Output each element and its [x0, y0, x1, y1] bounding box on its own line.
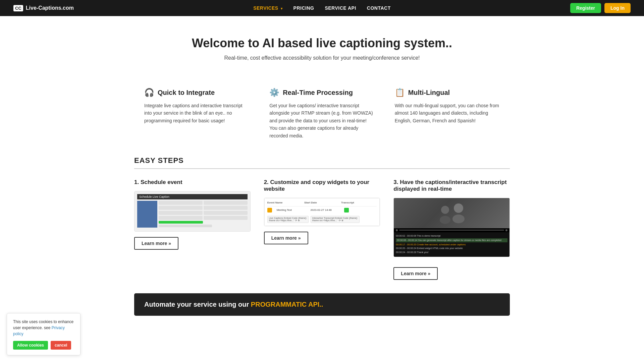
login-button[interactable]: Log In: [604, 3, 631, 13]
widget-event-name: Meeting Text: [277, 208, 309, 212]
video-controls-bar: [394, 228, 509, 232]
step-2: 2. Customize and copy widgets to your we…: [264, 179, 380, 280]
api-banner-highlight: PROGRAMMATIC API..: [251, 301, 323, 308]
svg-point-2: [454, 203, 463, 213]
feature-text-1: Integrate live captions and interactive …: [144, 102, 249, 124]
language-icon: 📋: [395, 88, 405, 97]
feature-text-2: Get your live captions/ interactive tran…: [269, 102, 374, 139]
api-banner-box: Automate your service using our PROGRAMM…: [134, 293, 510, 316]
widget-event-icon: [267, 208, 272, 213]
svg-point-1: [440, 216, 450, 224]
learn-more-button-1[interactable]: Learn more »: [134, 237, 178, 250]
step-1-title: 1. Schedule event: [134, 179, 251, 186]
hero-title: Welcome to AI based live captioning syst…: [184, 36, 460, 50]
widget-col-date: Start Date: [304, 201, 340, 204]
feature-title-2: Real-Time Processing: [283, 89, 353, 97]
chevron-down-icon: ▾: [281, 7, 283, 10]
widget-embed-code-2: Interactive Transcript Embed Code (ifram…: [311, 216, 360, 223]
feature-text-3: With our multi-lingual support, you can …: [395, 102, 500, 124]
caption-line-1: 00:00:02 - 00:00:06 This is demo transcr…: [396, 234, 507, 238]
ear-icon: 🎧: [144, 88, 154, 97]
navbar: CC Live-Captions.com SERVICES ▾ PRICING …: [0, 0, 644, 16]
caption-log: 00:00:02 - 00:00:06 This is demo transcr…: [394, 232, 509, 257]
easy-steps-header: EASY STEPS: [134, 156, 510, 169]
caption-line-2: 00:00:06 - 00:00:14 You can generate tra…: [396, 238, 507, 242]
svg-point-0: [441, 206, 449, 214]
logo-badge: CC: [13, 5, 23, 11]
nav-pricing[interactable]: PRICING: [293, 5, 314, 11]
caption-line-4: 00:00:20 - 00:00:24 Embed widget HTML co…: [396, 247, 507, 250]
learn-more-button-3[interactable]: Learn more »: [393, 267, 438, 280]
caption-video-area: [394, 198, 509, 228]
step-1-image: Schedule Live Caption: [134, 191, 251, 232]
steps-grid: 1. Schedule event Schedule Live Caption: [134, 179, 510, 280]
hero-subtitle: Real-time, cost effective accessibility …: [184, 55, 460, 61]
schedule-header: Schedule Live Caption: [137, 194, 248, 199]
feature-quick-integrate: 🎧 Quick to Integrate Integrate live capt…: [134, 81, 259, 146]
widget-event-date: 2023-02-27 14:48: [311, 208, 343, 212]
widget-col-transcript: Transcript: [341, 201, 377, 204]
step-1: 1. Schedule event Schedule Live Caption: [134, 179, 251, 280]
caption-line-5: 00:00:24 - 00:00:28 Thank you!: [396, 251, 507, 254]
widget-embed-code-1: Live Captions Embed Code (iframe):iframe…: [267, 216, 309, 223]
step-3-title: 3. Have the captions/interactive transcr…: [393, 179, 510, 192]
feature-realtime: ⚙️ Real-Time Processing Get your live ca…: [259, 81, 384, 146]
cookie-message: This site uses cookies to enhance user e…: [13, 319, 74, 322]
step-2-image: Event Name Start Date Transcript Meeting…: [264, 198, 380, 226]
register-button[interactable]: Register: [570, 3, 601, 13]
video-people-illustration: [432, 201, 472, 225]
feature-title-3: Multi-Lingual: [408, 89, 450, 97]
easy-steps-section: EASY STEPS 1. Schedule event Schedule Li…: [121, 156, 523, 280]
api-banner-text-before: Automate your service using our: [144, 301, 251, 308]
nav-service-api[interactable]: SERVICE API: [325, 5, 356, 11]
nav-actions: Register Log In: [570, 3, 631, 13]
nav-contact[interactable]: CONTACT: [367, 5, 391, 11]
step-3-image: 00:00:02 - 00:00:06 This is demo transcr…: [393, 198, 510, 257]
nav-services[interactable]: SERVICES ▾: [253, 5, 282, 11]
hero-section: Welcome to AI based live captioning syst…: [171, 16, 473, 71]
svg-point-3: [452, 215, 465, 223]
logo[interactable]: CC Live-Captions.com: [13, 5, 74, 11]
nav-links: SERVICES ▾ PRICING SERVICE API CONTACT: [253, 5, 391, 11]
widget-col-event: Event Name: [267, 201, 303, 204]
caption-line-3: 00:00:17 - 00:00:20 Create free account,…: [396, 243, 507, 246]
learn-more-button-2[interactable]: Learn more »: [264, 232, 308, 244]
step-3: 3. Have the captions/interactive transcr…: [393, 179, 510, 280]
api-banner-section: Automate your service using our PROGRAMM…: [121, 293, 523, 316]
feature-title-1: Quick to Integrate: [158, 89, 215, 97]
widget-event-status: [344, 208, 349, 213]
logo-text: Live-Captions.com: [26, 5, 74, 11]
feature-multilingual: 📋 Multi-Lingual With our multi-lingual s…: [385, 81, 510, 146]
gear-icon: ⚙️: [269, 88, 279, 97]
features-grid: 🎧 Quick to Integrate Integrate live capt…: [121, 81, 523, 146]
cookie-banner: This site uses cookies to enhance user e…: [7, 313, 80, 322]
schedule-sidebar: [137, 201, 157, 228]
step-2-title: 2. Customize and copy widgets to your we…: [264, 179, 380, 192]
